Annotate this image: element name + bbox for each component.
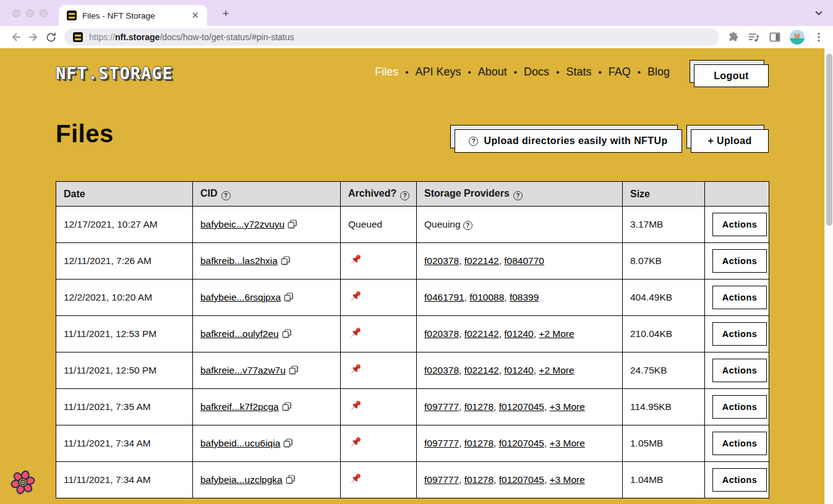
address-bar[interactable]: https://nft.storage/docs/how-to/get-stat…: [64, 28, 719, 46]
cid-link[interactable]: bafkreie...v77azw7u: [200, 365, 286, 375]
browser-tab[interactable]: Files - NFT Storage ✕: [59, 5, 207, 26]
scrollbar-thumb[interactable]: [826, 54, 832, 226]
actions-button[interactable]: Actions: [712, 432, 767, 455]
provider-link[interactable]: f010088: [469, 292, 504, 302]
actions-button[interactable]: Actions: [712, 322, 767, 346]
media-controls-icon[interactable]: [747, 31, 760, 44]
provider-link[interactable]: f08399: [510, 292, 539, 302]
cell-date: 12/2/2021, 10:20 AM: [56, 280, 193, 316]
copy-icon[interactable]: [283, 438, 293, 448]
actions-button[interactable]: Actions: [712, 249, 767, 273]
provider-link[interactable]: f097777: [424, 401, 459, 412]
browser-menu-icon[interactable]: [813, 32, 824, 43]
nav-item-faq[interactable]: FAQ: [609, 66, 631, 79]
copy-icon[interactable]: [286, 475, 295, 484]
close-window-button[interactable]: [12, 9, 20, 17]
copy-icon[interactable]: [282, 329, 291, 338]
toolbar-actions: [725, 30, 827, 45]
cid-link[interactable]: bafkreid...oulyf2eu: [200, 328, 279, 339]
help-icon[interactable]: ?: [513, 191, 523, 200]
cid-link[interactable]: bafkreib...las2hxia: [200, 255, 278, 266]
provider-link[interactable]: f020378: [424, 328, 459, 339]
tab-search-chevron-icon[interactable]: [813, 7, 824, 19]
provider-separator: ,: [459, 438, 464, 448]
upload-button[interactable]: + Upload: [691, 129, 769, 153]
provider-link[interactable]: f020378: [424, 255, 459, 266]
actions-button[interactable]: Actions: [712, 286, 767, 309]
new-tab-button[interactable]: +: [218, 6, 234, 22]
nav-separator: •: [598, 67, 601, 77]
cell-cid: bafybeie...6rsqjpxa: [193, 280, 341, 316]
cid-link[interactable]: bafybeic...y72zvuyu: [200, 219, 284, 229]
provider-link[interactable]: f0461791: [424, 292, 464, 302]
extensions-puzzle-icon[interactable]: [725, 31, 738, 44]
nav-separator: •: [468, 67, 471, 77]
nav-item-api-keys[interactable]: API Keys: [416, 66, 461, 79]
provider-link[interactable]: +3 More: [550, 438, 585, 448]
page-title: Files: [56, 120, 114, 148]
minimize-window-button[interactable]: [26, 9, 34, 17]
providers-status: Queuing: [424, 219, 461, 229]
table-row: 11/11/2021, 12:50 PM bafkreie...v77azw7u…: [56, 352, 769, 389]
provider-link[interactable]: f022142: [464, 365, 499, 375]
provider-link[interactable]: +2 More: [539, 328, 574, 339]
provider-link[interactable]: +2 More: [539, 365, 574, 375]
provider-link[interactable]: +3 More: [550, 401, 585, 412]
nav-item-about[interactable]: About: [478, 66, 507, 79]
actions-button[interactable]: Actions: [712, 395, 767, 419]
provider-link[interactable]: f020378: [424, 365, 459, 375]
provider-link[interactable]: f01207045: [499, 401, 544, 412]
help-icon[interactable]: ?: [221, 191, 231, 200]
cell-providers: f097777, f01278, f01207045, +3 More: [417, 389, 623, 425]
provider-link[interactable]: f01278: [464, 474, 493, 485]
copy-icon[interactable]: [284, 293, 293, 302]
actions-button[interactable]: Actions: [712, 359, 767, 382]
logout-button[interactable]: Logout: [694, 64, 769, 87]
cid-link[interactable]: bafybeia...uzclpgka: [200, 474, 283, 485]
provider-link[interactable]: f01278: [464, 401, 493, 412]
actions-button[interactable]: Actions: [712, 213, 767, 236]
cell-archived: [341, 462, 417, 498]
column-header: [705, 182, 769, 207]
provider-link[interactable]: +3 More: [550, 474, 585, 485]
provider-link[interactable]: f022142: [464, 328, 499, 339]
provider-link[interactable]: f01278: [464, 438, 493, 448]
zoom-window-button[interactable]: [40, 9, 48, 17]
actions-button[interactable]: Actions: [712, 468, 767, 492]
table-row: 11/11/2021, 7:34 AM bafybeia...uzclpgka …: [56, 462, 769, 498]
cid-link[interactable]: bafybeid...ucu6iqia: [200, 438, 280, 448]
nav-item-blog[interactable]: Blog: [647, 66, 670, 79]
cell-providers: f0461791, f010088, f08399: [417, 280, 623, 316]
forward-button[interactable]: [25, 28, 42, 46]
copy-icon[interactable]: [281, 256, 290, 265]
back-button[interactable]: [7, 28, 25, 46]
reload-button[interactable]: [42, 28, 59, 46]
profile-avatar[interactable]: [790, 30, 805, 45]
provider-link[interactable]: f022142: [464, 255, 499, 266]
provider-link[interactable]: f0840770: [504, 255, 544, 266]
nav-item-docs[interactable]: Docs: [524, 66, 549, 79]
cell-actions: Actions: [705, 389, 769, 425]
help-icon[interactable]: ?: [463, 221, 472, 230]
provider-link[interactable]: f01240: [504, 328, 533, 339]
provider-link[interactable]: f01207045: [499, 474, 544, 485]
cell-size: 24.75KB: [623, 352, 705, 389]
provider-link[interactable]: f01207045: [499, 438, 544, 448]
tab-close-icon[interactable]: ✕: [189, 10, 201, 21]
provider-link[interactable]: f01240: [504, 365, 533, 375]
site-logo[interactable]: NFT.STORAGE: [56, 64, 173, 83]
nav-item-stats[interactable]: Stats: [566, 66, 591, 79]
nftup-button[interactable]: ? Upload directories easily with NFTUp: [455, 129, 682, 153]
copy-icon[interactable]: [282, 402, 291, 411]
provider-link[interactable]: f097777: [424, 474, 459, 485]
cid-link[interactable]: bafybeie...6rsqjpxa: [200, 292, 281, 302]
nav-item-files[interactable]: Files: [375, 66, 398, 79]
copy-icon[interactable]: [288, 220, 297, 229]
logout-button-wrap: Logout: [694, 64, 769, 87]
cid-link[interactable]: bafkreif...k7f2pcga: [200, 401, 279, 412]
copy-icon[interactable]: [289, 365, 298, 375]
help-icon[interactable]: ?: [400, 191, 409, 200]
side-panel-icon[interactable]: [769, 31, 781, 43]
provider-link[interactable]: f097777: [424, 438, 459, 448]
cell-date: 11/11/2021, 7:34 AM: [56, 462, 193, 498]
